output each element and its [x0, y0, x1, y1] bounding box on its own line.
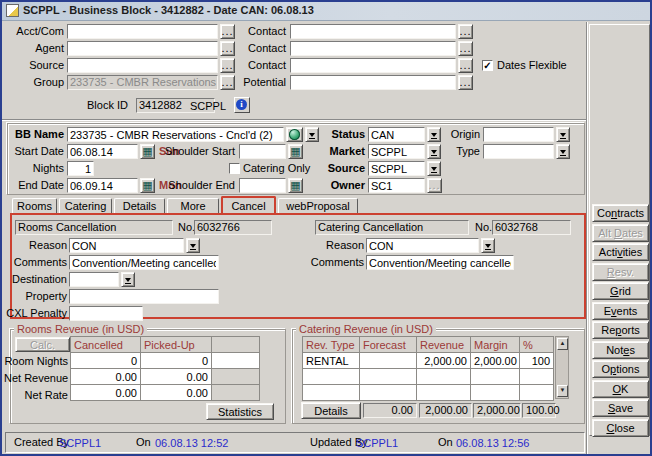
dropdown-arrow-icon	[309, 133, 315, 139]
bb-name-globe-button[interactable]	[286, 127, 303, 142]
agent-field[interactable]	[67, 41, 218, 56]
source2-field[interactable]	[368, 161, 425, 176]
market-field[interactable]	[368, 144, 425, 159]
rooms-reason-dropdown-button[interactable]	[186, 238, 200, 253]
rooms-cancellation-number: 6032766	[194, 220, 272, 235]
resv-button[interactable]: Resv.	[592, 263, 649, 281]
catering-reason-field[interactable]	[366, 238, 479, 253]
business-block-window: SCPPL - Business Block - 3412882 - Date …	[0, 0, 652, 456]
catering-table-scrollbar[interactable]: ▲ ▼	[555, 336, 569, 399]
catering-reason-dropdown-button[interactable]	[481, 238, 495, 253]
title-bar[interactable]: SCPPL - Business Block - 3412882 - Date …	[2, 2, 650, 21]
tab-details[interactable]: Details	[114, 198, 165, 214]
type-dropdown-button[interactable]	[556, 144, 570, 159]
destination-field[interactable]	[69, 272, 119, 287]
property-field[interactable]	[69, 289, 219, 304]
contact1-field[interactable]	[290, 24, 456, 39]
shoulder-end-calendar-button[interactable]: ▦	[288, 178, 303, 193]
updated-on-label: On	[438, 435, 453, 450]
contact3-field[interactable]	[290, 58, 456, 73]
col-rev-type: Rev. Type	[303, 337, 360, 353]
details-button[interactable]: Details	[301, 402, 361, 419]
tab-webproposal[interactable]: webProposal	[278, 198, 358, 214]
end-date-field[interactable]	[67, 178, 138, 193]
bb-name-dropdown-button[interactable]	[305, 127, 319, 142]
contact1-lov-button[interactable]: ...	[458, 24, 473, 39]
end-date-calendar-button[interactable]: ▦	[140, 178, 155, 193]
save-button[interactable]: Save	[592, 399, 649, 417]
revenue-cell[interactable]: 2,000.00	[417, 353, 471, 369]
activities-button[interactable]: Activities	[592, 243, 649, 261]
contact3-lov-button[interactable]: ...	[458, 58, 473, 73]
destination-label: Destination	[4, 272, 67, 287]
contracts-button[interactable]: Contracts	[592, 204, 649, 222]
rooms-revenue-title: Rooms Revenue (in USD)	[14, 323, 147, 336]
market-label: Market	[320, 144, 365, 159]
options-button[interactable]: Options	[592, 360, 649, 378]
tab-catering[interactable]: Catering	[59, 198, 112, 214]
catering-comments-field[interactable]	[366, 255, 514, 270]
rooms-comments-field[interactable]	[69, 255, 219, 270]
bb-name-label: BB Name	[6, 127, 64, 142]
dates-flexible-checkbox[interactable]: ✓	[482, 60, 493, 71]
contact1-label: Contact	[230, 24, 286, 39]
cxl-penalty-field[interactable]	[69, 306, 143, 321]
statistics-button[interactable]: Statistics	[206, 403, 274, 420]
col-forecast: Forecast	[360, 337, 417, 353]
scroll-up-icon[interactable]: ▲	[557, 338, 568, 350]
nights-field[interactable]	[67, 161, 94, 176]
updated-on-value: 06.08.13 12:56	[456, 436, 529, 451]
source2-dropdown-button[interactable]	[427, 161, 441, 176]
notes-button[interactable]: Notes	[592, 341, 649, 359]
start-date-calendar-button[interactable]: ▦	[140, 144, 155, 159]
destination-dropdown-button[interactable]	[121, 272, 135, 287]
calc-button[interactable]: Calc.	[15, 337, 70, 352]
bb-name-field[interactable]	[67, 127, 284, 142]
net-rate-row-label: Net Rate	[4, 388, 68, 403]
rev-type-cell[interactable]: RENTAL	[303, 353, 360, 369]
reports-button[interactable]: Reports	[592, 321, 649, 339]
dropdown-arrow-icon	[190, 244, 196, 250]
dropdown-arrow-icon	[125, 278, 131, 284]
owner-field[interactable]	[368, 178, 425, 193]
close-button[interactable]: Close	[592, 419, 649, 437]
col-picked-up: Picked-Up	[141, 337, 212, 353]
potential-field[interactable]	[290, 75, 456, 90]
origin-field[interactable]	[483, 127, 554, 142]
potential-lov-button[interactable]: ...	[458, 75, 473, 90]
tab-rooms[interactable]: Rooms	[12, 198, 57, 214]
block-id-label: Block ID	[87, 98, 128, 113]
source-field[interactable]	[67, 58, 218, 73]
shoulder-start-calendar-button[interactable]: ▦	[288, 144, 303, 159]
shoulder-end-field[interactable]	[239, 178, 286, 193]
origin-dropdown-button[interactable]	[556, 127, 570, 142]
info-button[interactable]: i	[234, 97, 250, 113]
rooms-cancellation-title: Rooms Cancellation	[15, 220, 173, 235]
net-revenue-row-label: Net Revenue	[4, 371, 68, 386]
end-date-label: End Date	[6, 178, 64, 193]
net-revenue-cancelled: 0.00	[71, 369, 141, 385]
scroll-down-icon[interactable]: ▼	[557, 385, 568, 397]
status-field[interactable]	[368, 127, 425, 142]
ok-button[interactable]: OK	[592, 380, 649, 398]
alt-dates-button[interactable]: Alt Dates	[592, 224, 649, 242]
contact2-field[interactable]	[290, 41, 456, 56]
contact2-lov-button[interactable]: ...	[458, 41, 473, 56]
catering-only-label: Catering Only	[243, 161, 310, 176]
rooms-reason-field[interactable]	[69, 238, 184, 253]
percent-cell[interactable]: 100	[520, 353, 554, 369]
margin-cell[interactable]: 2,000.00	[471, 353, 520, 369]
catering-only-checkbox[interactable]	[229, 163, 240, 174]
net-rate-picked: 0.00	[141, 385, 212, 401]
created-by-value: SCPPL1	[59, 436, 101, 451]
events-button[interactable]: Events	[592, 302, 649, 320]
group-field: 233735 - CMBR Reservations - Cncl'd (2)	[67, 75, 218, 90]
shoulder-start-field[interactable]	[239, 144, 286, 159]
start-date-field[interactable]	[67, 144, 138, 159]
grid-button[interactable]: Grid	[592, 282, 649, 300]
acct-com-field[interactable]	[67, 24, 218, 39]
type-field[interactable]	[483, 144, 554, 159]
owner-lov-button[interactable]: ...	[427, 178, 442, 193]
tab-more[interactable]: More	[167, 198, 219, 214]
forecast-cell[interactable]	[360, 353, 417, 369]
